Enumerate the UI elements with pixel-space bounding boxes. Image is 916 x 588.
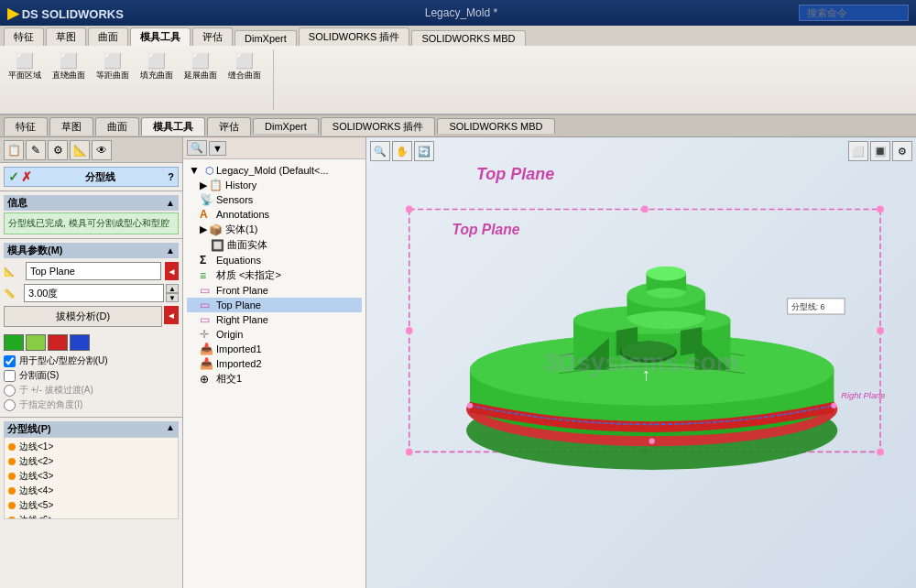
title-bar: ▶ DS SOLIDWORKS Legacy_Mold * xyxy=(0,0,916,26)
ribbon-tab-SOLIDWORKS MBD[interactable]: SOLIDWORKS MBD xyxy=(411,30,525,46)
list-item[interactable]: 边线<4> xyxy=(6,484,176,498)
tree-item-Origin[interactable]: ✛ Origin xyxy=(187,327,362,342)
ribbon-btn-平面区域[interactable]: ⬜平面区域 xyxy=(4,49,46,84)
angle-radio[interactable] xyxy=(4,399,16,411)
list-item[interactable]: 边线<6> xyxy=(6,513,176,519)
tree-item-Sensors[interactable]: 📡 Sensors xyxy=(187,192,362,207)
main-tab-6[interactable]: SOLIDWORKS 插件 xyxy=(321,117,436,136)
angle-label: 于指定的角度(I) xyxy=(19,398,82,411)
svg-point-3 xyxy=(877,206,884,213)
tree-item-Imported2[interactable]: 📥 Imported2 xyxy=(187,356,362,371)
mold-params-title: 模具参数(M) xyxy=(7,244,63,257)
angle-up[interactable]: ▲ xyxy=(166,284,179,293)
search-input[interactable] xyxy=(799,5,909,21)
main-tab-1[interactable]: 草图 xyxy=(49,117,93,136)
info-section: 信息 ▲ 分型线已完成, 模具可分割成型心和型腔 xyxy=(0,191,182,239)
ribbon-btn-延展曲面[interactable]: ⬜延展曲面 xyxy=(180,49,222,84)
ribbon-btn-填充曲面[interactable]: ⬜填充曲面 xyxy=(136,49,178,84)
pl-dot xyxy=(8,517,16,519)
viewport[interactable]: 🔍 ✋ 🔄 ⬜ 🔳 ⚙ Top Plane xyxy=(366,137,916,588)
svg-point-20 xyxy=(646,267,686,281)
tree-item-曲面实体[interactable]: 🔲 曲面实体 xyxy=(187,237,362,253)
transition-radio[interactable] xyxy=(4,385,16,397)
pl-collapse[interactable]: ▲ xyxy=(166,422,175,436)
ribbon-tab-DimXpert[interactable]: DimXpert xyxy=(234,30,297,46)
mold-params-collapse[interactable]: ▲ xyxy=(166,245,175,256)
tree-panel: 🔍 ▼ ▼⬡ Legacy_Mold (Default<...▶ 📋 Histo… xyxy=(183,137,366,588)
color-green2[interactable] xyxy=(26,334,46,351)
ribbon-tab-模具工具[interactable]: 模具工具 xyxy=(130,27,191,46)
mold-params-header[interactable]: 模具参数(M) ▲ xyxy=(4,243,179,258)
app-logo: ▶ DS SOLIDWORKS xyxy=(7,5,124,22)
tree-btn-2[interactable]: ▼ xyxy=(209,141,226,156)
tree-btn-1[interactable]: 🔍 xyxy=(187,140,207,156)
parting-lines-header[interactable]: 分型线(P) ▲ xyxy=(4,421,179,437)
main-tab-0[interactable]: 特征 xyxy=(4,117,48,136)
plane-arrow[interactable]: ◄ xyxy=(165,262,179,280)
plane-input[interactable] xyxy=(26,262,161,280)
analyze-arrow[interactable]: ◄ xyxy=(164,306,179,324)
color-red[interactable] xyxy=(48,334,68,351)
tree-root[interactable]: ▼⬡ Legacy_Mold (Default<... xyxy=(187,163,362,178)
pl-dot xyxy=(8,502,16,509)
color-green1[interactable] xyxy=(4,334,24,351)
svg-text:↑: ↑ xyxy=(642,365,650,384)
tree-item-Equations[interactable]: Σ Equations xyxy=(187,253,362,267)
config-manager-icon[interactable]: ⚙ xyxy=(48,140,68,160)
ribbon-btn-等距曲面[interactable]: ⬜等距曲面 xyxy=(92,49,134,84)
logo-text: DS SOLIDWORKS xyxy=(22,7,124,21)
tree-item-相交1[interactable]: ⊕ 相交1 xyxy=(187,371,362,387)
list-item[interactable]: 边线<3> xyxy=(6,469,176,484)
list-item[interactable]: 边线<2> xyxy=(6,454,176,469)
tree-toolbar: 🔍 ▼ xyxy=(183,137,365,159)
ribbon-tab-SOLIDWORKS 插件[interactable]: SOLIDWORKS 插件 xyxy=(299,27,410,46)
angle-spinners: ▲ ▼ xyxy=(166,284,179,302)
dimxpert-icon[interactable]: 📐 xyxy=(70,140,90,160)
ribbon-btn-直绕曲面[interactable]: ⬜直绕曲面 xyxy=(48,49,90,84)
tree-item-Annotations[interactable]: A Annotations xyxy=(187,207,362,222)
ok-button[interactable]: ✓ xyxy=(8,169,19,184)
tree-item-材质<未指定>[interactable]: ≡ 材质 <未指定> xyxy=(187,267,362,283)
ribbon-tab-特征[interactable]: 特征 xyxy=(4,27,44,46)
tree-item-RightPlane[interactable]: ▭ Right Plane xyxy=(187,312,362,327)
ribbon-tab-曲面[interactable]: 曲面 xyxy=(88,27,128,46)
color-blue[interactable] xyxy=(70,334,90,351)
property-manager-icon[interactable]: ✎ xyxy=(26,140,46,160)
feature-manager-icon[interactable]: 📋 xyxy=(4,140,24,160)
split-label: 分割面(S) xyxy=(19,369,59,382)
analyze-button[interactable]: 拔模分析(D) xyxy=(4,306,162,327)
tree-item-实体(1)[interactable]: ▶ 📦 实体(1) xyxy=(187,222,362,237)
info-header[interactable]: 信息 ▲ xyxy=(4,195,179,211)
radio-transition: 于 +/- 拔模过渡(A) xyxy=(4,384,179,397)
window-title: Legacy_Mold * xyxy=(124,6,799,19)
main-tab-2[interactable]: 曲面 xyxy=(95,117,139,136)
list-item[interactable]: 边线<5> xyxy=(6,498,176,513)
tree-item-FrontPlane[interactable]: ▭ Front Plane xyxy=(187,283,362,298)
display-manager-icon[interactable]: 👁 xyxy=(92,140,112,160)
angle-down[interactable]: ▼ xyxy=(166,293,179,302)
tree-item-Imported1[interactable]: 📥 Imported1 xyxy=(187,342,362,356)
tree-item-History[interactable]: ▶ 📋 History xyxy=(187,178,362,192)
svg-point-6 xyxy=(406,449,413,456)
color-buttons xyxy=(4,334,179,351)
angle-input[interactable] xyxy=(24,284,164,302)
tab-bar: 特征草图曲面模具工具评估DimXpertSOLIDWORKS 插件SOLIDWO… xyxy=(0,115,916,137)
ribbon-btn-缝合曲面[interactable]: ⬜缝合曲面 xyxy=(224,49,266,84)
help-icon[interactable]: ? xyxy=(168,171,174,182)
ribbon: 特征草图曲面模具工具评估DimXpertSOLIDWORKS 插件SOLIDWO… xyxy=(0,26,916,115)
split-checkbox[interactable] xyxy=(4,370,16,382)
cavity-checkbox[interactable] xyxy=(4,355,16,367)
cancel-button[interactable]: ✗ xyxy=(21,169,32,184)
tree-item-TopPlane[interactable]: ▭ Top Plane xyxy=(187,298,362,312)
main-tab-4[interactable]: 评估 xyxy=(207,117,251,136)
list-item[interactable]: 边线<1> xyxy=(6,440,176,454)
main-tab-7[interactable]: SOLIDWORKS MBD xyxy=(437,118,554,134)
pl-dot xyxy=(8,458,16,465)
ribbon-tab-评估[interactable]: 评估 xyxy=(192,27,233,46)
ribbon-tabs: 特征草图曲面模具工具评估DimXpertSOLIDWORKS 插件SOLIDWO… xyxy=(0,26,916,46)
ribbon-tab-草图[interactable]: 草图 xyxy=(46,27,86,46)
main-tab-5[interactable]: DimXpert xyxy=(253,118,319,134)
main-tab-3[interactable]: 模具工具 xyxy=(141,117,205,136)
info-collapse[interactable]: ▲ xyxy=(166,198,175,208)
svg-point-27 xyxy=(831,403,836,408)
